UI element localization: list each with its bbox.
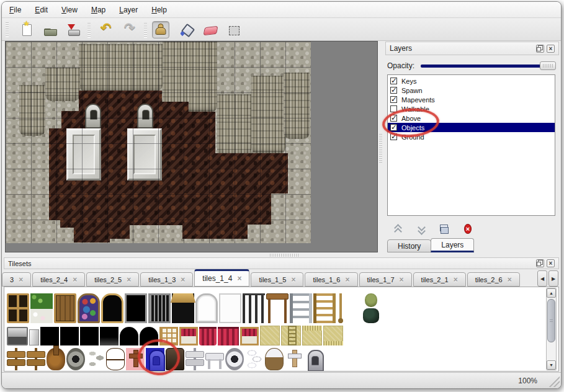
move-layer-up-button[interactable] <box>390 221 405 236</box>
open-button[interactable] <box>39 21 56 38</box>
splitter-handle[interactable] <box>379 134 382 163</box>
menu-item[interactable]: Edit <box>35 6 48 14</box>
eraser-tool-button[interactable] <box>199 21 217 38</box>
duplicate-layer-button[interactable] <box>437 221 452 236</box>
tile-tombstone-snow[interactable] <box>305 348 323 370</box>
menu-item[interactable]: View <box>61 6 78 14</box>
tile-mound-snow[interactable] <box>265 348 284 370</box>
tile-well-stone[interactable] <box>66 348 85 370</box>
scrollbar-thumb[interactable] <box>547 299 555 342</box>
tile-window-small-dark[interactable] <box>125 293 147 323</box>
close-tab-icon[interactable]: × <box>508 277 512 283</box>
move-layer-down-button[interactable] <box>413 221 428 236</box>
tile-black[interactable] <box>40 327 59 345</box>
tile-hanging-plant[interactable] <box>360 293 383 323</box>
layer-row[interactable]: Keys <box>388 76 555 86</box>
stamp-tool-button[interactable] <box>152 21 169 38</box>
tile-window-barred[interactable] <box>148 293 171 323</box>
tileset-tab[interactable]: tiles_2_5 × <box>86 272 139 287</box>
save-button[interactable] <box>63 21 80 38</box>
layer-visibility-checkbox[interactable] <box>390 96 397 103</box>
tile-curtain-window[interactable] <box>179 327 198 345</box>
tile-window-arch-dark[interactable] <box>101 293 123 323</box>
horizontal-splitter[interactable] <box>2 252 561 257</box>
layer-row[interactable]: Spawn <box>388 86 555 95</box>
select-tool-button[interactable] <box>223 21 240 38</box>
tile-black[interactable] <box>80 327 99 345</box>
layer-row[interactable]: Ground <box>388 132 555 141</box>
tileset-tab[interactable]: tiles_1_3 × <box>140 272 193 287</box>
tile-window-wood[interactable] <box>7 293 29 323</box>
tile-cross-shrine[interactable] <box>126 348 145 370</box>
tile-curtain-red[interactable] <box>199 327 217 345</box>
layer-row[interactable]: Objects <box>388 123 555 132</box>
tile-arch-black[interactable] <box>140 327 158 345</box>
tileset-tab[interactable]: tiles_1_4 × <box>194 269 249 287</box>
tile-well-snow[interactable] <box>225 348 244 370</box>
float-panel-button[interactable] <box>536 45 544 53</box>
layer-visibility-checkbox[interactable] <box>390 115 397 122</box>
tile-window-shutters[interactable] <box>54 293 76 323</box>
layer-visibility-checkbox[interactable] <box>390 78 397 84</box>
tile-curtain-red-wide[interactable] <box>218 327 239 345</box>
tileset-scrollbar[interactable]: ▲ ▼ <box>546 288 557 370</box>
tile-tan-wall[interactable] <box>260 326 280 345</box>
tile-stove[interactable] <box>7 327 28 345</box>
tile-bench-snow[interactable] <box>205 348 224 370</box>
undo-button[interactable] <box>96 21 113 38</box>
tile-curtain-window[interactable] <box>240 327 259 345</box>
close-tab-icon[interactable]: × <box>400 277 404 283</box>
tile-tan-wall-ladder[interactable] <box>281 326 301 345</box>
tile-cross-snow[interactable] <box>285 348 303 370</box>
panel-tab[interactable]: History <box>387 239 431 252</box>
tile-sign-snow[interactable] <box>186 348 204 370</box>
close-panel-button[interactable]: × <box>547 259 555 267</box>
tile-arch-white[interactable] <box>195 293 218 323</box>
tile-barrel[interactable] <box>106 348 125 370</box>
panel-tab[interactable]: Layers <box>431 238 474 252</box>
menu-item[interactable]: File <box>9 6 21 14</box>
tile-rope-snow[interactable] <box>245 348 264 370</box>
vertical-splitter[interactable] <box>378 41 383 252</box>
layer-row[interactable]: Mapevents <box>388 95 555 104</box>
opacity-slider[interactable] <box>421 61 556 70</box>
tile-door-gray[interactable] <box>29 329 39 345</box>
tile-frame-white[interactable] <box>219 293 241 323</box>
fill-tool-button[interactable] <box>176 21 193 38</box>
close-tab-icon[interactable]: × <box>181 277 185 283</box>
tile-flower-box[interactable] <box>30 293 53 323</box>
layer-visibility-checkbox[interactable] <box>390 105 397 112</box>
scroll-down-button[interactable]: ▼ <box>547 360 556 370</box>
close-tab-icon[interactable]: × <box>454 277 458 283</box>
tile-stone-pile[interactable] <box>86 348 105 370</box>
tile-chest-dark[interactable] <box>166 348 184 370</box>
layer-visibility-checkbox[interactable] <box>390 133 397 140</box>
tileset-view[interactable] <box>4 287 559 372</box>
scroll-up-button[interactable]: ▲ <box>547 288 556 298</box>
tileset-tab[interactable]: tiles_1_7 × <box>359 272 412 287</box>
close-tab-icon[interactable]: × <box>127 277 131 283</box>
tile-window-stained[interactable] <box>78 293 100 323</box>
close-tab-icon[interactable]: × <box>346 277 350 283</box>
scroll-tabs-left-button[interactable]: ◀ <box>537 270 547 287</box>
tile-awning[interactable] <box>172 293 194 323</box>
tile-tan-wall-trim[interactable] <box>302 326 322 345</box>
close-tab-icon[interactable]: × <box>291 277 295 283</box>
menu-item[interactable]: Map <box>91 6 105 14</box>
tile-rope[interactable] <box>337 293 359 323</box>
layer-visibility-checkbox[interactable] <box>390 124 397 131</box>
tile-arch-black[interactable] <box>120 327 138 345</box>
close-tab-icon[interactable]: × <box>237 275 241 282</box>
tile-table-wood[interactable] <box>266 293 289 323</box>
tile-columns[interactable] <box>243 293 265 323</box>
tile-black-fade[interactable] <box>100 327 119 345</box>
tile-ladder-rope[interactable] <box>313 293 336 323</box>
layer-row[interactable]: Above <box>388 114 555 123</box>
new-map-button[interactable] <box>16 21 33 38</box>
float-panel-button[interactable] <box>536 259 544 267</box>
tileset-tab[interactable]: tiles_2_6 × <box>467 272 520 287</box>
close-panel-button[interactable]: × <box>547 45 555 53</box>
tile-sign-wood[interactable] <box>7 348 25 370</box>
tileset-tab[interactable]: tiles_1_6 × <box>305 272 357 287</box>
close-tab-icon[interactable]: × <box>73 277 77 283</box>
